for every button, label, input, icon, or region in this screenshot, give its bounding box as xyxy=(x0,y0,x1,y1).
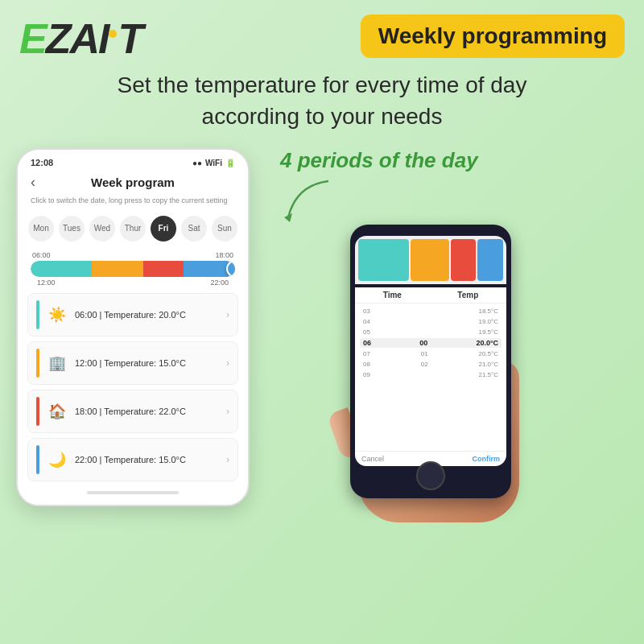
subtitle-line2: according to your needs xyxy=(16,101,628,132)
bar-handle[interactable] xyxy=(226,261,235,277)
phone-bottom-bar xyxy=(87,491,179,494)
time-label-start: 06:00 xyxy=(32,251,51,259)
period-info-4: 22:00 | Temperature: 15.0°C xyxy=(75,455,218,464)
time-label-mid: 12:00 xyxy=(37,279,56,287)
segment-blue xyxy=(184,261,235,277)
period-arrow-3: › xyxy=(226,406,229,417)
signal-icon: ●● xyxy=(192,159,202,167)
picker-col-time: Time xyxy=(383,291,402,299)
subtitle-line1: Set the temperature for every time of da… xyxy=(16,69,628,101)
period-bar-1 xyxy=(36,300,39,329)
periods-label: 4 periods of the day xyxy=(272,148,628,173)
logo-text: EZAIT xyxy=(19,14,142,63)
period-arrow-1: › xyxy=(226,309,229,320)
right-side: 4 periods of the day xyxy=(266,148,628,506)
period-item-2[interactable]: 🏢 12:00 | Temperature: 15.0°C › xyxy=(27,341,238,385)
period-info-2: 12:00 | Temperature: 15.0°C xyxy=(75,358,218,368)
instruction-text: Click to switch the date, long press to … xyxy=(18,196,248,213)
main-content: 12:08 ●● WiFi 🔋 ‹ Week program Click to … xyxy=(0,135,644,506)
period-icon-1: ☀️ xyxy=(47,306,67,324)
period-icon-3: 🏠 xyxy=(47,402,67,420)
day-btn-sat[interactable]: Sat xyxy=(181,216,207,242)
phone-device: Time Temp 0318.5°C 0419.0°C 0519.5°C 060… xyxy=(350,225,511,498)
picker-row-3: 0519.5°C xyxy=(360,328,502,336)
picker-header: Time Temp xyxy=(355,287,506,303)
phone-right-area: Time Temp 0318.5°C 0419.0°C 0519.5°C 060… xyxy=(266,217,628,506)
picker-row-1: 0318.5°C xyxy=(360,307,502,316)
time-bar[interactable] xyxy=(31,261,235,277)
home-button[interactable] xyxy=(416,461,445,490)
header: EZAIT Weekly programming xyxy=(0,0,644,63)
inner-bar-orange xyxy=(411,239,448,281)
status-time: 12:08 xyxy=(31,158,53,167)
status-icons: ●● WiFi 🔋 xyxy=(192,159,235,167)
weekly-title: Weekly programming xyxy=(378,23,607,50)
period-item-3[interactable]: 🏠 18:00 | Temperature: 22.0°C › xyxy=(27,390,238,433)
period-info-1: 06:00 | Temperature: 20.0°C xyxy=(75,310,218,320)
inner-bar-blue xyxy=(477,239,503,281)
status-bar: 12:08 ●● WiFi 🔋 xyxy=(18,150,248,171)
period-arrow-4: › xyxy=(226,454,229,465)
period-item-4[interactable]: 🌙 22:00 | Temperature: 15.0°C › xyxy=(27,438,238,481)
segment-orange xyxy=(92,261,143,277)
picker-row-6: 080221.0°C xyxy=(360,360,502,369)
period-info-3: 18:00 | Temperature: 22.0°C xyxy=(75,407,218,416)
confirm-button[interactable]: Confirm xyxy=(473,455,501,463)
phone-left: 12:08 ●● WiFi 🔋 ‹ Week program Click to … xyxy=(16,148,250,506)
day-btn-wed[interactable]: Wed xyxy=(89,216,115,242)
period-list: ☀️ 06:00 | Temperature: 20.0°C › 🏢 12:00… xyxy=(18,288,248,491)
time-label-end: 18:00 xyxy=(215,251,233,259)
segment-teal xyxy=(31,261,92,277)
picker-rows: 0318.5°C 0419.0°C 0519.5°C 060020.0°C 07… xyxy=(355,305,506,451)
period-icon-2: 🏢 xyxy=(47,354,67,372)
day-btn-sun[interactable]: Sun xyxy=(212,216,237,242)
back-button[interactable]: ‹ xyxy=(31,174,35,191)
picker-row-5: 070120.5°C xyxy=(360,349,502,358)
picker-row-2: 0419.0°C xyxy=(360,317,502,326)
subtitle: Set the temperature for every time of da… xyxy=(0,69,644,132)
page-title: Week program xyxy=(91,175,175,189)
wifi-icon: WiFi xyxy=(205,159,222,167)
logo: EZAIT xyxy=(19,14,142,63)
day-btn-thur[interactable]: Thur xyxy=(120,216,146,242)
battery-icon: 🔋 xyxy=(225,159,235,167)
inner-bar-teal xyxy=(358,239,409,281)
phone-screen: 12:08 ●● WiFi 🔋 ‹ Week program Click to … xyxy=(18,150,248,494)
weekly-box: Weekly programming xyxy=(361,14,625,58)
picker-row-selected[interactable]: 060020.0°C xyxy=(360,338,502,348)
day-selector: Mon Tues Wed Thur Fri Sat Sun xyxy=(18,213,248,248)
nav-bar: ‹ Week program xyxy=(18,171,248,196)
time-labels-top: 06:00 18:00 xyxy=(31,251,235,259)
segment-red xyxy=(143,261,184,277)
period-bar-4 xyxy=(36,445,39,474)
day-btn-tues[interactable]: Tues xyxy=(59,216,85,242)
time-bar-container: 06:00 18:00 12:00 22:00 xyxy=(18,248,248,288)
period-icon-4: 🌙 xyxy=(47,451,67,469)
period-bar-2 xyxy=(36,349,39,378)
phone-inner-bars xyxy=(355,236,506,284)
time-labels-bottom: 12:00 22:00 xyxy=(31,279,235,287)
period-arrow-2: › xyxy=(226,357,229,369)
picker-row-7: 0921.5°C xyxy=(360,370,502,379)
picker-screen: Time Temp 0318.5°C 0419.0°C 0519.5°C 060… xyxy=(355,287,506,466)
inner-bar-red xyxy=(451,239,477,281)
day-btn-mon[interactable]: Mon xyxy=(28,216,54,242)
picker-col-temp: Temp xyxy=(457,291,478,299)
period-item-1[interactable]: ☀️ 06:00 | Temperature: 20.0°C › xyxy=(27,293,238,336)
period-bar-3 xyxy=(36,397,39,426)
time-label-late: 22:00 xyxy=(210,279,229,287)
cancel-button[interactable]: Cancel xyxy=(361,455,384,463)
day-btn-fri[interactable]: Fri xyxy=(151,216,176,242)
